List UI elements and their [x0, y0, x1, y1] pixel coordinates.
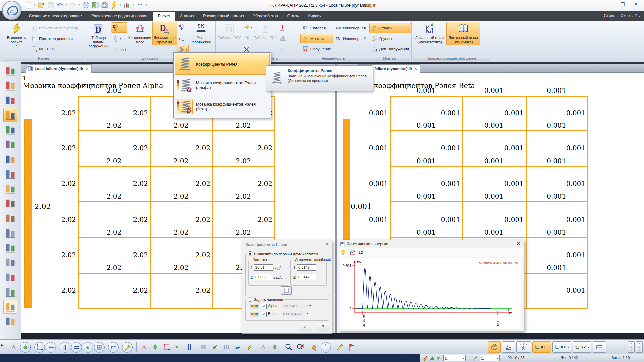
ribbon-button-d-pencil[interactable]: D — [111, 22, 127, 33]
ribbon-button-sigma-bolt[interactable]: Σσ▾ — [242, 22, 253, 33]
freq1-input[interactable]: 28.81 — [254, 264, 273, 271]
tool-building-red[interactable] — [270, 342, 280, 352]
graph-icon[interactable]: 21 — [349, 250, 356, 255]
ribbon-tab-Создание и редактирование[interactable]: Создание и редактирование — [24, 12, 87, 21]
left-toolbar-beam[interactable] — [3, 226, 17, 240]
ribbon-tab-Расширенное редактирование[interactable]: Расширенное редактирование — [87, 12, 153, 21]
ribbon-button-n-letter[interactable]: N — [278, 45, 287, 55]
ribbon-button-Инженерн. 2[interactable]: EN2Инженерн. 2 — [333, 34, 368, 43]
ribbon-tab-Расчет[interactable]: Расчет — [153, 12, 175, 21]
left-toolbar-plate[interactable] — [3, 300, 17, 314]
caret-icon[interactable]: ⌄ — [638, 14, 641, 17]
dropdown-caret-icon[interactable]: ▾ — [78, 3, 80, 7]
dropdown-caret-icon[interactable]: ▾ — [30, 346, 31, 349]
ribbon-button-Доп. загружения[interactable]: +Доп. загружения — [369, 44, 411, 54]
ribbon-button-Монтаж[interactable]: Монтаж — [300, 34, 333, 43]
close-icon[interactable]: ✕ — [325, 242, 329, 247]
tool-frame-view[interactable] — [244, 342, 254, 352]
alpha-mosaic-button[interactable] — [250, 304, 259, 309]
ribbon-tab-Кирпич[interactable]: Кирпич — [304, 12, 326, 21]
undo-button[interactable] — [56, 1, 64, 9]
menu-item-Мозаика коэффициентов Рэлея (бета)[interactable]: βМозаика коэффициентов Рэлея (бета) — [175, 96, 270, 117]
help-button[interactable]: ? — [317, 323, 329, 331]
ribbon-button-battery[interactable]: ▾ — [111, 34, 127, 44]
left-toolbar-er-plus[interactable] — [3, 167, 17, 181]
close-icon[interactable]: ✕ — [516, 241, 520, 246]
ribbon-button-u-curve[interactable] — [278, 22, 287, 33]
ribbon-button-Шаговая[interactable]: StepШаговая — [300, 23, 333, 33]
left-toolbar-slab-mesh[interactable] — [3, 314, 17, 328]
ribbon-button-Обрушение[interactable]: Обрушение — [300, 44, 333, 54]
view-YZ-button[interactable]: YZ▾ — [573, 341, 591, 353]
tab-close-icon[interactable]: ✕ — [414, 67, 417, 71]
freq2-input[interactable]: 67.06 — [254, 274, 273, 280]
left-toolbar-bricks[interactable] — [3, 211, 17, 225]
tool-building[interactable] — [258, 342, 268, 352]
radio-manual[interactable] — [248, 297, 252, 302]
tool-frame-pink[interactable] — [173, 342, 183, 352]
ribbon-button-footing[interactable] — [278, 34, 287, 44]
tool-torch[interactable] — [309, 342, 319, 352]
tool-ball-hlines[interactable] — [71, 342, 82, 353]
ribbon-button-Группы[interactable]: Группы — [369, 34, 411, 43]
left-toolbar-rotate-ccw[interactable] — [3, 152, 17, 166]
tool-node-links[interactable] — [34, 342, 45, 353]
ribbon-button-Инженерная[interactable]: ENИнженерная — [333, 23, 368, 33]
tool-ball-vlines[interactable] — [60, 342, 70, 353]
left-toolbar-wall[interactable] — [3, 255, 17, 269]
decr2-input[interactable]: 0.3142 — [297, 274, 316, 280]
bulb-icon[interactable] — [341, 250, 346, 255]
beta-mosaic-button[interactable] — [250, 312, 259, 317]
run-calc-button[interactable] — [110, 1, 118, 9]
left-toolbar-mark[interactable] — [3, 78, 17, 93]
dropdown-caret-icon[interactable]: ▾ — [103, 346, 105, 349]
tool-rotate-frame[interactable] — [199, 342, 209, 352]
menu-Стиль[interactable]: Стиль — [604, 13, 615, 18]
pane-splitter[interactable] — [335, 64, 337, 333]
beta-checkbox[interactable]: ✓ — [262, 312, 267, 317]
tool-axes-3d[interactable] — [502, 341, 515, 353]
caret-icon[interactable]: ⌄ — [631, 14, 633, 17]
maximize-button[interactable]: ❐ — [616, 0, 629, 9]
tool-filter-funnel[interactable] — [150, 342, 160, 352]
scale-combo-1[interactable]: 1.▾ — [443, 355, 466, 361]
left-toolbar-ramp[interactable] — [3, 285, 17, 299]
tool-frame-del[interactable]: EF — [233, 342, 243, 352]
close-button[interactable]: ✕ — [629, 0, 643, 9]
tool-ball-axis[interactable] — [83, 342, 93, 353]
menu-item-Мозаика коэффициентов Рэлея (альфа)[interactable]: αМозаика коэффициентов Рэлея (альфа) — [175, 75, 270, 96]
left-toolbar-flags-1-2[interactable] — [3, 123, 17, 137]
ribbon-button-d-down[interactable]: D — [177, 22, 189, 33]
view-XZ-button[interactable]: XZ▾ — [532, 341, 551, 353]
apply-button[interactable]: ✓ — [299, 323, 311, 331]
tool-axes-yx[interactable]: YXZ — [516, 341, 531, 353]
ribbon-button-Таблица РСУ[interactable]: Σ1Таблица РСУ — [217, 22, 242, 41]
left-toolbar-mesh-color[interactable] — [3, 182, 17, 196]
left-toolbar-t-red[interactable] — [3, 196, 17, 210]
qat-overflow-icon[interactable]: ▿ — [146, 3, 147, 7]
tool-zoom-off[interactable] — [295, 342, 305, 352]
alpha-checkbox[interactable]: ✓ — [262, 304, 267, 309]
tool-rotate-view[interactable] — [488, 341, 501, 353]
left-toolbar-numbers[interactable] — [3, 93, 17, 107]
left-toolbar-stamp[interactable] — [3, 64, 17, 78]
increase-icon[interactable] — [430, 356, 434, 360]
tool-frame-x[interactable] — [210, 342, 220, 352]
pencil-scale-icon[interactable] — [472, 355, 478, 361]
model-3d-button[interactable] — [82, 1, 90, 9]
minimize-button[interactable]: – — [602, 0, 616, 9]
dropdown-caret-icon[interactable]: ▾ — [120, 3, 121, 7]
ribbon-button-Конденсация масс[interactable]: mКонденсация масс — [127, 22, 152, 45]
dropdown-caret-icon[interactable]: ▾ — [117, 346, 119, 349]
ribbon-button-Выполнить расчет[interactable]: Выполнить расчет▾ — [4, 22, 29, 48]
ribbon-button-Динамика во времени[interactable]: DtДинамика во времени — [152, 22, 177, 45]
decr1-input[interactable]: 0.3142 — [297, 264, 316, 271]
left-toolbar-shell[interactable] — [3, 270, 17, 284]
tool-flag-red[interactable] — [346, 342, 356, 352]
left-toolbar-column[interactable] — [3, 241, 17, 255]
app-logo[interactable] — [2, 1, 21, 20]
view-XY-button[interactable]: XY▾ — [552, 341, 571, 353]
left-toolbar-flags-2-6[interactable] — [3, 108, 17, 122]
tool-pencil[interactable] — [335, 342, 345, 352]
save-button[interactable] — [47, 1, 55, 9]
